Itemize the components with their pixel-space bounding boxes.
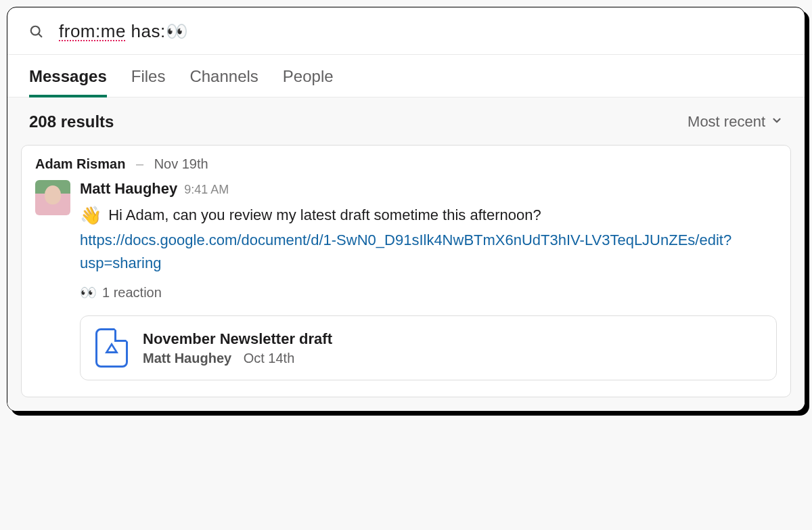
separator: – (136, 156, 143, 171)
eyes-emoji: 👀 (80, 284, 97, 301)
search-results-window: from:me has:👀 Messages Files Channels Pe… (7, 7, 805, 412)
svg-line-1 (39, 33, 42, 37)
message-body: Matt Haughey 9:41 AM 👋 Hi Adam, can you … (80, 180, 777, 380)
sort-dropdown[interactable]: Most recent (687, 113, 783, 131)
context-author: Adam Risman (35, 156, 125, 171)
message-time: 9:41 AM (184, 183, 229, 197)
tab-messages[interactable]: Messages (29, 67, 107, 97)
search-input[interactable]: from:me has:👀 (59, 21, 783, 42)
message-text: 👋 Hi Adam, can you review my latest draf… (80, 202, 777, 275)
search-query-prefix: from:me (59, 21, 126, 41)
attachment-date: Oct 14th (244, 351, 295, 366)
attachment-author: Matt Haughey (143, 351, 231, 366)
search-tabs: Messages Files Channels People (7, 55, 805, 97)
context-date: Nov 19th (154, 156, 208, 171)
attachment-meta: Matt Haughey Oct 14th (143, 351, 332, 366)
reaction-count: 1 reaction (102, 285, 162, 301)
tab-files[interactable]: Files (131, 67, 166, 97)
avatar[interactable] (35, 180, 70, 215)
results-count: 208 results (29, 112, 114, 131)
attachment-info: November Newsletter draft Matt Haughey O… (143, 330, 332, 366)
search-icon (29, 24, 44, 39)
search-query-suffix: has: (126, 21, 166, 41)
message-content: Hi Adam, can you review my latest draft … (108, 206, 541, 223)
tab-channels[interactable]: Channels (189, 67, 258, 97)
message-row: Matt Haughey 9:41 AM 👋 Hi Adam, can you … (35, 180, 777, 380)
search-query-emoji: 👀 (166, 21, 188, 41)
search-bar: from:me has:👀 (7, 7, 805, 55)
message-header: Matt Haughey 9:41 AM (80, 180, 777, 198)
tab-people[interactable]: People (283, 67, 334, 97)
wave-emoji: 👋 (80, 205, 102, 225)
reaction-row[interactable]: 👀 1 reaction (80, 284, 777, 301)
results-list: Adam Risman – Nov 19th Matt Haughey 9:41… (7, 145, 805, 411)
result-context: Adam Risman – Nov 19th (35, 156, 777, 172)
results-header: 208 results Most recent (7, 97, 805, 145)
attachment-card[interactable]: November Newsletter draft Matt Haughey O… (80, 315, 777, 380)
google-drive-file-icon (95, 328, 128, 368)
message-link[interactable]: https://docs.google.com/document/d/1-SwN… (80, 231, 731, 271)
chevron-down-icon (771, 113, 783, 131)
attachment-title: November Newsletter draft (143, 330, 332, 348)
result-card[interactable]: Adam Risman – Nov 19th Matt Haughey 9:41… (21, 145, 791, 397)
message-author[interactable]: Matt Haughey (80, 180, 177, 198)
sort-label: Most recent (687, 113, 765, 131)
